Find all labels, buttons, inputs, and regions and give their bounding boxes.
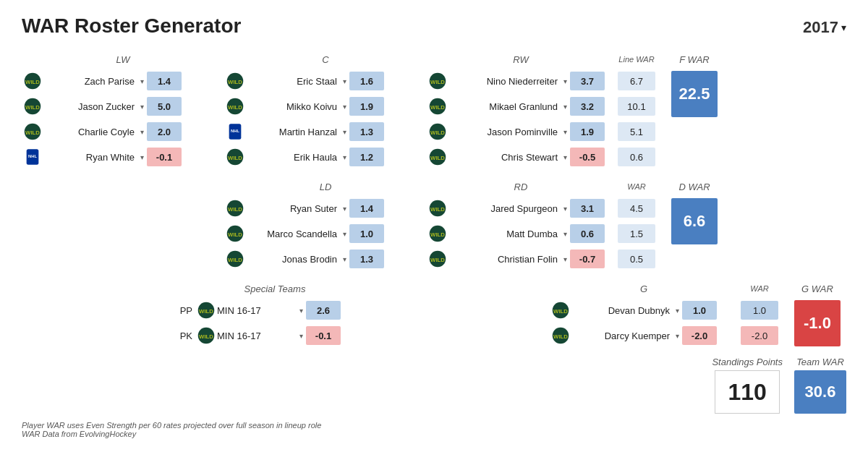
list-item: WILD Erik Haula ▾ 1.2 xyxy=(224,145,427,169)
player-dropdown[interactable]: ▾ xyxy=(676,332,679,340)
player-dropdown[interactable]: ▾ xyxy=(676,307,679,315)
line-war-value: 4.5 xyxy=(618,199,655,218)
player-dropdown[interactable]: ▾ xyxy=(563,255,567,263)
pk-team[interactable]: MIN 16-17 xyxy=(217,331,297,341)
svg-text:WILD: WILD xyxy=(553,333,568,340)
wild-icon: WILD xyxy=(427,121,448,142)
pk-icon: WILD xyxy=(195,325,217,346)
war-value: 0.6 xyxy=(570,224,605,243)
svg-text:WILD: WILD xyxy=(228,79,242,85)
player-dropdown[interactable]: ▾ xyxy=(343,230,346,238)
player-dropdown[interactable]: ▾ xyxy=(140,153,144,161)
wild-icon: WILD xyxy=(224,70,246,92)
player-dropdown[interactable]: ▾ xyxy=(563,230,567,238)
standings-points-value: 110 xyxy=(715,370,780,414)
line-war-value: 1.0 xyxy=(741,301,778,320)
player-name[interactable]: Mikael Granlund xyxy=(448,101,561,112)
pk-label: PK xyxy=(180,331,192,341)
player-name[interactable]: Marco Scandella xyxy=(246,229,340,239)
player-name[interactable]: Ryan White xyxy=(43,152,137,163)
war-value: 1.9 xyxy=(570,122,605,141)
standings-points-label: Standings Points xyxy=(712,357,783,367)
player-dropdown[interactable]: ▾ xyxy=(343,128,346,136)
player-dropdown[interactable]: ▾ xyxy=(343,77,346,85)
player-name[interactable]: Erik Haula xyxy=(246,152,340,163)
pp-team[interactable]: MIN 16-17 xyxy=(217,305,297,316)
list-item: WILD Jared Spurgeon ▾ 3.1 xyxy=(427,197,615,220)
g-header: G xyxy=(640,283,647,294)
line-war-value: 1.5 xyxy=(618,224,655,243)
svg-text:WILD: WILD xyxy=(228,231,242,238)
team-war-label: Team WAR xyxy=(796,357,844,367)
rd-header: RD xyxy=(514,182,528,192)
list-item: WILD Christian Folin ▾ -0.7 xyxy=(427,247,615,270)
year-label: 2017 xyxy=(803,18,838,37)
player-name[interactable]: Eric Staal xyxy=(246,76,340,87)
war-value: 1.3 xyxy=(349,250,384,268)
svg-text:WILD: WILD xyxy=(430,129,445,136)
player-name[interactable]: Zach Parise xyxy=(43,76,137,87)
player-dropdown[interactable]: ▾ xyxy=(343,153,346,161)
player-dropdown[interactable]: ▾ xyxy=(563,205,567,213)
player-name[interactable]: Jared Spurgeon xyxy=(448,203,561,214)
wild-icon: WILD xyxy=(22,95,43,117)
player-dropdown[interactable]: ▾ xyxy=(140,128,144,136)
pp-dropdown[interactable]: ▾ xyxy=(299,307,303,315)
player-dropdown[interactable]: ▾ xyxy=(343,255,346,263)
war-value: -0.5 xyxy=(570,148,605,166)
war-header: WAR xyxy=(627,182,645,191)
player-name[interactable]: Matt Dumba xyxy=(448,229,561,239)
war-value: 1.4 xyxy=(349,199,384,218)
player-name[interactable]: Jason Pominville xyxy=(448,127,561,137)
war-value: 1.9 xyxy=(349,97,384,116)
wild-icon: WILD xyxy=(427,70,448,92)
svg-text:WILD: WILD xyxy=(430,257,445,263)
war-value: 3.2 xyxy=(570,97,605,116)
player-dropdown[interactable]: ▾ xyxy=(140,77,144,85)
d-war-header: D WAR xyxy=(678,182,710,192)
player-name[interactable]: Devan Dubnyk xyxy=(571,305,673,316)
player-name[interactable]: Martin Hanzal xyxy=(246,127,340,137)
war-value: -0.1 xyxy=(147,148,182,166)
player-name[interactable]: Nino Niederreiter xyxy=(448,76,561,87)
player-name[interactable]: Jonas Brodin xyxy=(246,254,340,265)
player-name[interactable]: Christian Folin xyxy=(448,254,561,265)
player-dropdown[interactable]: ▾ xyxy=(563,77,567,85)
player-name[interactable]: Jason Zucker xyxy=(43,101,137,112)
wild-icon: WILD xyxy=(224,146,246,168)
player-name[interactable]: Chris Stewart xyxy=(448,152,561,163)
svg-text:WILD: WILD xyxy=(430,79,445,85)
wild-icon: WILD xyxy=(427,95,448,117)
player-name[interactable]: Mikko Koivu xyxy=(246,101,340,112)
player-dropdown[interactable]: ▾ xyxy=(140,103,144,111)
list-item: WILD Jason Pominville ▾ 1.9 xyxy=(427,120,615,143)
svg-text:WILD: WILD xyxy=(430,206,445,213)
svg-text:WILD: WILD xyxy=(430,231,445,238)
wild-icon: WILD xyxy=(427,223,448,244)
page-title: WAR Roster Generator xyxy=(22,14,241,38)
player-dropdown[interactable]: ▾ xyxy=(343,205,346,213)
f-war-header: F WAR xyxy=(679,54,709,65)
list-item: WILD Devan Dubnyk ▾ 1.0 xyxy=(550,299,738,322)
wild-icon: WILD xyxy=(427,197,448,219)
wild-icon: WILD xyxy=(550,325,571,346)
nhl-icon: NHL xyxy=(22,146,43,168)
player-name[interactable]: Darcy Kuemper xyxy=(571,331,673,341)
player-dropdown[interactable]: ▾ xyxy=(343,103,346,111)
list-item: WILD Chris Stewart ▾ -0.5 xyxy=(427,145,615,169)
player-name[interactable]: Ryan Suter xyxy=(246,203,340,214)
special-teams-header: Special Teams xyxy=(244,283,306,294)
war-value: 1.0 xyxy=(349,224,384,243)
c-header: C xyxy=(322,54,328,65)
list-item: WILD Charlie Coyle ▾ 2.0 xyxy=(22,120,224,143)
svg-text:NHL: NHL xyxy=(231,129,239,133)
player-dropdown[interactable]: ▾ xyxy=(563,103,567,111)
player-dropdown[interactable]: ▾ xyxy=(563,153,567,161)
team-war-value: 30.6 xyxy=(794,370,846,414)
year-dropdown-arrow[interactable]: ▾ xyxy=(841,22,846,33)
player-dropdown[interactable]: ▾ xyxy=(563,128,567,136)
pk-dropdown[interactable]: ▾ xyxy=(299,332,303,340)
list-item: WILD Mikko Koivu ▾ 1.9 xyxy=(224,95,427,118)
player-name[interactable]: Charlie Coyle xyxy=(43,127,137,137)
wild-icon: WILD xyxy=(224,95,246,117)
